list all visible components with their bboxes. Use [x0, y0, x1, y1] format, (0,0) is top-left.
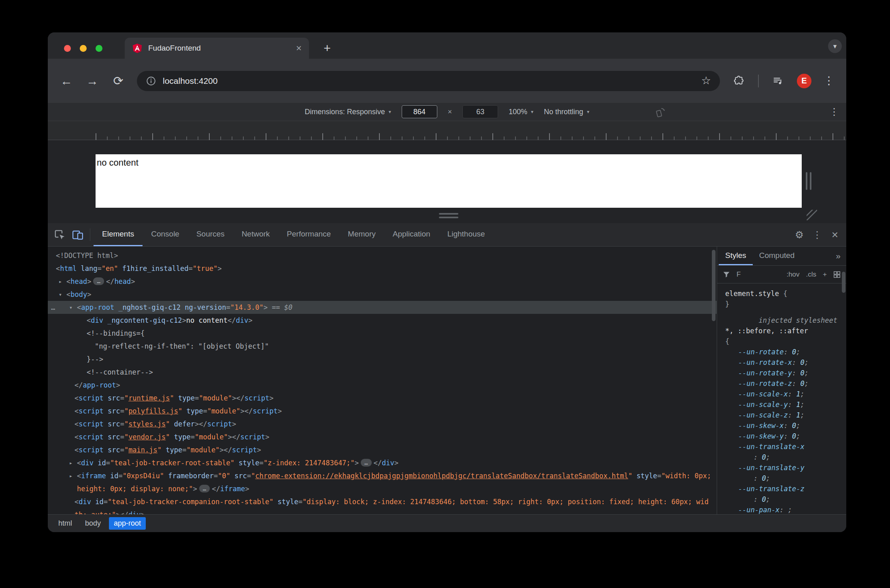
- resource-link[interactable]: polyfills.js: [128, 407, 178, 415]
- devtools-tab-elements[interactable]: Elements: [94, 223, 143, 246]
- dimensions-times-separator: ×: [448, 108, 452, 116]
- resource-link[interactable]: main.js: [128, 446, 158, 454]
- more-panels-icon[interactable]: »: [832, 247, 845, 265]
- breadcrumb-app-root[interactable]: app-root: [109, 517, 146, 530]
- page-viewport[interactable]: no content: [96, 154, 802, 208]
- devtools-menu-icon[interactable]: ⋮: [809, 229, 825, 241]
- forward-button[interactable]: →: [85, 75, 100, 87]
- elements-tree-node[interactable]: ▸<div id="teal-job-tracker-root-stable" …: [48, 456, 717, 469]
- computed-styles-grid-icon[interactable]: [833, 270, 841, 279]
- style-rule-line: --un-rotate: 0;: [717, 347, 846, 357]
- styles-filter-bar: F :hov .cls +: [717, 266, 846, 283]
- elements-tree-node[interactable]: ▸<head>…</head>: [48, 275, 717, 288]
- browser-window: FudaoFrontend × + ▾ ← → ⟳ localhost:4200…: [48, 32, 846, 532]
- close-window-button[interactable]: [64, 45, 71, 52]
- devtools-close-icon[interactable]: ×: [827, 228, 843, 241]
- tab-close-icon[interactable]: ×: [296, 43, 302, 53]
- device-toolbar-menu-icon[interactable]: ⋮: [829, 106, 839, 117]
- elements-tree-node[interactable]: <div _ngcontent-giq-c12>no content</div>: [48, 314, 717, 327]
- site-info-icon[interactable]: [146, 76, 156, 86]
- dimensions-select[interactable]: Dimensions: Responsive ▾: [305, 108, 391, 116]
- elements-tree-node[interactable]: <script src="styles.js" defer></script>: [48, 418, 717, 430]
- style-rule-line: : 0;: [717, 473, 846, 484]
- throttling-select[interactable]: No throttling ▾: [544, 108, 589, 116]
- elements-tree-node[interactable]: <!--bindings={: [48, 327, 717, 340]
- devtools-tab-sources[interactable]: Sources: [188, 223, 233, 246]
- viewport-width-input[interactable]: [402, 105, 437, 118]
- elements-tree-node[interactable]: <html lang="en" f1hire_installed="true">: [48, 262, 717, 275]
- toolbar-separator: [90, 228, 90, 241]
- toggle-element-state-button[interactable]: :hov: [786, 270, 800, 279]
- elements-tree-node[interactable]: }-->: [48, 353, 717, 366]
- collapse-arrow-icon[interactable]: ▾: [56, 288, 65, 301]
- device-toolbar-toggle-icon[interactable]: [69, 223, 87, 246]
- collapsed-children-badge[interactable]: …: [93, 277, 104, 285]
- elements-tree-node[interactable]: <!DOCTYPE html>: [48, 249, 717, 262]
- elements-tree-node[interactable]: <!--container-->: [48, 366, 717, 379]
- breadcrumb-body[interactable]: body: [80, 517, 106, 530]
- collapsed-children-badge[interactable]: …: [361, 459, 371, 467]
- media-controls-icon[interactable]: [770, 75, 786, 87]
- element-classes-button[interactable]: .cls: [805, 270, 818, 279]
- expand-arrow-icon[interactable]: ▸: [56, 275, 65, 288]
- elements-tree-node[interactable]: <script src="polyfills.js" type="module"…: [48, 405, 717, 418]
- elements-tree-node[interactable]: ▾<body>: [48, 288, 717, 301]
- tab-styles[interactable]: Styles: [719, 247, 753, 265]
- expand-arrow-icon[interactable]: ▸: [66, 469, 75, 482]
- style-rule-line: : 0;: [717, 494, 846, 505]
- devtools-tab-lighthouse[interactable]: Lighthouse: [439, 223, 494, 246]
- expand-arrow-icon[interactable]: ▸: [66, 456, 75, 469]
- elements-scrollbar-thumb[interactable]: [712, 250, 715, 321]
- node-more-actions-icon[interactable]: …: [51, 301, 55, 314]
- viewport-height-input[interactable]: [462, 105, 498, 118]
- elements-tree-node[interactable]: <script src="main.js" type="module"></sc…: [48, 443, 717, 456]
- reload-button[interactable]: ⟳: [111, 75, 126, 87]
- devtools-toolbar: ElementsConsoleSourcesNetworkPerformance…: [48, 223, 846, 247]
- elements-tree-node[interactable]: <script src="runtime.js" type="module"><…: [48, 392, 717, 405]
- new-tab-button[interactable]: +: [320, 41, 334, 55]
- elements-tree-node[interactable]: </app-root>: [48, 379, 717, 392]
- devtools-tab-console[interactable]: Console: [143, 223, 188, 246]
- tab-computed[interactable]: Computed: [753, 247, 801, 265]
- collapse-arrow-icon[interactable]: ▾: [66, 301, 75, 314]
- bookmark-star-icon[interactable]: ☆: [701, 75, 711, 86]
- style-rule-line: --un-skew-y: 0;: [717, 431, 846, 441]
- devtools-tab-performance[interactable]: Performance: [278, 223, 339, 246]
- devtools-settings-icon[interactable]: ⚙: [791, 229, 807, 241]
- stylesheet-source-link[interactable]: injected stylesheet: [717, 315, 846, 326]
- viewport-resize-handle-corner[interactable]: [807, 210, 817, 220]
- profile-avatar[interactable]: E: [797, 74, 811, 88]
- styles-filter-input[interactable]: F: [736, 270, 741, 279]
- resource-link[interactable]: runtime.js: [128, 394, 170, 402]
- collapsed-children-badge[interactable]: …: [199, 485, 210, 492]
- viewport-resize-handle-right[interactable]: [806, 172, 811, 190]
- elements-tree-node[interactable]: ▸<iframe id="0xpsD4iu" frameborder="0" s…: [48, 469, 717, 495]
- browser-tab[interactable]: FudaoFrontend ×: [125, 38, 309, 59]
- minimize-window-button[interactable]: [80, 45, 87, 52]
- elements-tree-node[interactable]: "ng-reflect-ng-if-then": "[object Object…: [48, 340, 717, 353]
- resource-link[interactable]: vendor.js: [128, 433, 166, 441]
- filter-funnel-icon[interactable]: [722, 270, 731, 279]
- browser-menu-icon[interactable]: ⋮: [823, 75, 835, 86]
- back-button[interactable]: ←: [59, 75, 74, 87]
- extensions-icon[interactable]: [731, 75, 747, 87]
- devtools-tab-memory[interactable]: Memory: [339, 223, 384, 246]
- tab-search-button[interactable]: ▾: [828, 39, 842, 53]
- inspect-element-icon[interactable]: [51, 223, 69, 246]
- breadcrumb-html[interactable]: html: [53, 517, 77, 530]
- elements-tree-node[interactable]: <script src="vendor.js" type="module"></…: [48, 430, 717, 443]
- zoom-window-button[interactable]: [96, 45, 102, 52]
- elements-tree-node[interactable]: <div id="teal-job-tracker-companion-root…: [48, 495, 717, 514]
- devtools-tab-application[interactable]: Application: [384, 223, 439, 246]
- rotate-viewport-button[interactable]: [655, 107, 666, 119]
- devtools-tab-network[interactable]: Network: [233, 223, 279, 246]
- caret-down-icon: ▾: [587, 109, 589, 115]
- resource-link[interactable]: chrome-extension://ekhagklcjbdpajgpjgmbi…: [255, 472, 628, 480]
- address-bar[interactable]: localhost:4200 ☆: [137, 71, 720, 91]
- resource-link[interactable]: styles.js: [128, 420, 166, 428]
- viewport-resize-handle-bottom[interactable]: [439, 213, 458, 218]
- new-style-rule-button[interactable]: +: [822, 270, 828, 279]
- zoom-select[interactable]: 100% ▾: [509, 108, 533, 116]
- styles-scrollbar-thumb[interactable]: [842, 272, 845, 293]
- elements-tree-node-selected[interactable]: …▾<app-root _nghost-giq-c12 ng-version="…: [48, 301, 717, 314]
